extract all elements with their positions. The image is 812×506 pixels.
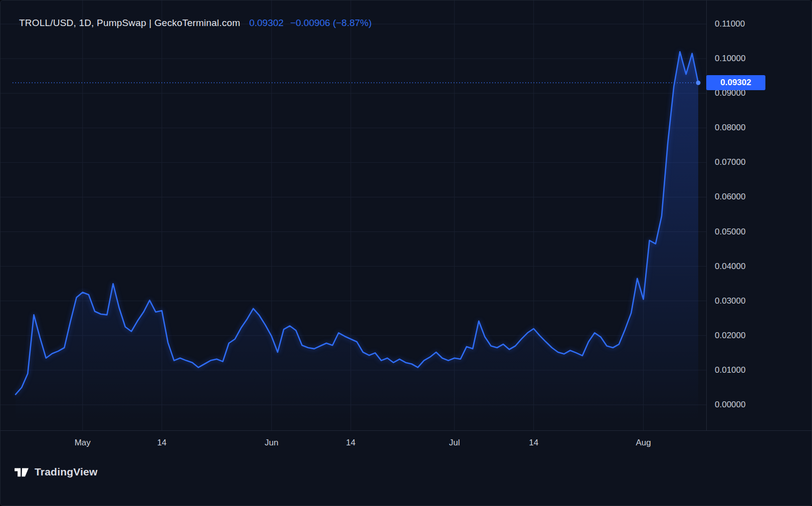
chart-legend[interactable]: TROLL/USD, 1D, PumpSwap | GeckoTerminal.… — [19, 18, 372, 29]
price-axis-label: 0.07000 — [715, 157, 745, 167]
symbol-title[interactable]: TROLL/USD, 1D, PumpSwap | GeckoTerminal.… — [19, 18, 240, 29]
price-change: −0.00906 (−8.87%) — [290, 18, 372, 29]
price-axis-label: 0.02000 — [715, 331, 745, 341]
price-area-fill — [16, 52, 698, 429]
price-axis-label: 0.06000 — [715, 192, 745, 202]
price-readout: 0.09302 −0.00906 (−8.87%) — [249, 18, 371, 29]
last-price-marker-dot — [696, 81, 701, 85]
chart-widget: TROLL/USD, 1D, PumpSwap | GeckoTerminal.… — [0, 0, 812, 506]
price-axis-label: 0.08000 — [715, 123, 745, 133]
tradingview-attribution-link[interactable]: TradingView — [14, 465, 98, 478]
price-axis-label: 0.10000 — [715, 54, 745, 64]
time-axis-label: Jul — [449, 438, 460, 448]
tradingview-wordmark: TradingView — [35, 466, 98, 478]
price-axis-label: 0.11000 — [715, 19, 745, 29]
time-axis-label: Jun — [265, 438, 278, 448]
price-axis-label: 0.00000 — [715, 400, 745, 410]
price-axis-label: 0.05000 — [715, 227, 745, 237]
tradingview-logo-icon — [14, 465, 30, 478]
last-price: 0.09302 — [249, 18, 284, 29]
price-axis-label: 0.04000 — [715, 262, 745, 272]
price-axis-label: 0.03000 — [715, 296, 745, 306]
time-axis-label: May — [75, 438, 91, 448]
current-price-label: 0.09302 — [706, 75, 765, 90]
time-axis-label: 14 — [529, 438, 538, 448]
price-axis[interactable]: 0.110000.100000.090000.080000.070000.060… — [706, 1, 812, 430]
time-axis-label: 14 — [157, 438, 166, 448]
time-axis[interactable]: May14Jun14Jul14Aug — [1, 430, 812, 459]
time-axis-label: 14 — [346, 438, 355, 448]
price-axis-label: 0.01000 — [715, 365, 745, 375]
time-axis-label: Aug — [636, 438, 651, 448]
